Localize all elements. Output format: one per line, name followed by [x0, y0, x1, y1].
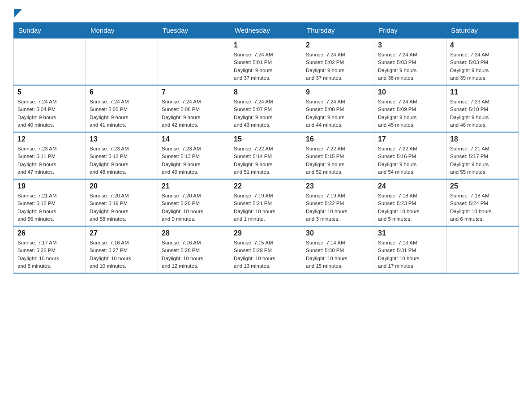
page-header [13, 9, 519, 18]
day-number: 25 [450, 182, 515, 190]
day-number: 19 [17, 182, 82, 190]
day-number: 12 [17, 135, 82, 143]
day-info: Sunrise: 7:23 AM Sunset: 5:10 PM Dayligh… [450, 98, 515, 129]
calendar-cell: 25Sunrise: 7:18 AM Sunset: 5:24 PM Dayli… [446, 179, 519, 226]
calendar-cell: 14Sunrise: 7:23 AM Sunset: 5:13 PM Dayli… [158, 132, 230, 179]
calendar-cell: 19Sunrise: 7:21 AM Sunset: 5:18 PM Dayli… [14, 179, 86, 226]
calendar-cell: 22Sunrise: 7:19 AM Sunset: 5:21 PM Dayli… [230, 179, 302, 226]
calendar-header-friday: Friday [374, 23, 446, 39]
calendar-cell: 17Sunrise: 7:22 AM Sunset: 5:16 PM Dayli… [374, 132, 446, 179]
calendar-cell: 18Sunrise: 7:21 AM Sunset: 5:17 PM Dayli… [446, 132, 519, 179]
day-info: Sunrise: 7:24 AM Sunset: 5:09 PM Dayligh… [378, 98, 442, 129]
calendar-cell: 3Sunrise: 7:24 AM Sunset: 5:03 PM Daylig… [374, 38, 446, 85]
calendar-cell: 11Sunrise: 7:23 AM Sunset: 5:10 PM Dayli… [446, 85, 519, 132]
day-info: Sunrise: 7:24 AM Sunset: 5:07 PM Dayligh… [234, 98, 298, 129]
day-info: Sunrise: 7:23 AM Sunset: 5:13 PM Dayligh… [162, 145, 226, 176]
calendar-header-saturday: Saturday [446, 23, 519, 39]
day-number: 27 [90, 229, 154, 237]
day-number: 7 [162, 88, 226, 96]
calendar-week-row: 19Sunrise: 7:21 AM Sunset: 5:18 PM Dayli… [14, 179, 519, 226]
calendar-cell: 6Sunrise: 7:24 AM Sunset: 5:05 PM Daylig… [86, 85, 158, 132]
day-info: Sunrise: 7:19 AM Sunset: 5:22 PM Dayligh… [306, 192, 370, 223]
day-info: Sunrise: 7:24 AM Sunset: 5:04 PM Dayligh… [17, 98, 82, 129]
day-number: 11 [450, 88, 515, 96]
day-number: 29 [234, 229, 298, 237]
day-info: Sunrise: 7:13 AM Sunset: 5:31 PM Dayligh… [378, 239, 442, 270]
calendar-header-tuesday: Tuesday [158, 23, 230, 39]
day-number: 17 [378, 135, 442, 143]
day-info: Sunrise: 7:15 AM Sunset: 5:29 PM Dayligh… [234, 239, 298, 270]
calendar-cell: 8Sunrise: 7:24 AM Sunset: 5:07 PM Daylig… [230, 85, 302, 132]
calendar-cell: 30Sunrise: 7:14 AM Sunset: 5:30 PM Dayli… [302, 226, 374, 273]
calendar-cell: 1Sunrise: 7:24 AM Sunset: 5:01 PM Daylig… [230, 38, 302, 85]
calendar-cell: 16Sunrise: 7:22 AM Sunset: 5:15 PM Dayli… [302, 132, 374, 179]
logo-triangle-icon [14, 9, 22, 18]
calendar-cell: 5Sunrise: 7:24 AM Sunset: 5:04 PM Daylig… [14, 85, 86, 132]
calendar-cell [86, 38, 158, 85]
day-info: Sunrise: 7:17 AM Sunset: 5:26 PM Dayligh… [17, 239, 82, 270]
day-info: Sunrise: 7:22 AM Sunset: 5:16 PM Dayligh… [378, 145, 442, 176]
day-number: 1 [234, 41, 298, 49]
calendar-cell [446, 226, 519, 273]
day-info: Sunrise: 7:23 AM Sunset: 5:11 PM Dayligh… [17, 145, 82, 176]
day-info: Sunrise: 7:20 AM Sunset: 5:19 PM Dayligh… [90, 192, 154, 223]
day-number: 18 [450, 135, 515, 143]
calendar-cell: 9Sunrise: 7:24 AM Sunset: 5:08 PM Daylig… [302, 85, 374, 132]
calendar-header-sunday: Sunday [14, 23, 86, 39]
day-info: Sunrise: 7:24 AM Sunset: 5:06 PM Dayligh… [162, 98, 226, 129]
day-number: 20 [90, 182, 154, 190]
day-number: 4 [450, 41, 515, 49]
calendar-header-wednesday: Wednesday [230, 23, 302, 39]
calendar-cell: 31Sunrise: 7:13 AM Sunset: 5:31 PM Dayli… [374, 226, 446, 273]
day-number: 22 [234, 182, 298, 190]
day-number: 10 [378, 88, 442, 96]
day-info: Sunrise: 7:14 AM Sunset: 5:30 PM Dayligh… [306, 239, 370, 270]
day-number: 6 [90, 88, 154, 96]
day-info: Sunrise: 7:24 AM Sunset: 5:02 PM Dayligh… [306, 51, 370, 82]
day-info: Sunrise: 7:22 AM Sunset: 5:14 PM Dayligh… [234, 145, 298, 176]
day-number: 24 [378, 182, 442, 190]
calendar-week-row: 12Sunrise: 7:23 AM Sunset: 5:11 PM Dayli… [14, 132, 519, 179]
day-number: 8 [234, 88, 298, 96]
day-number: 15 [234, 135, 298, 143]
day-number: 9 [306, 88, 370, 96]
day-info: Sunrise: 7:18 AM Sunset: 5:24 PM Dayligh… [450, 192, 515, 223]
day-info: Sunrise: 7:21 AM Sunset: 5:17 PM Dayligh… [450, 145, 515, 176]
calendar-cell: 28Sunrise: 7:16 AM Sunset: 5:28 PM Dayli… [158, 226, 230, 273]
day-info: Sunrise: 7:24 AM Sunset: 5:03 PM Dayligh… [450, 51, 515, 82]
calendar-cell: 13Sunrise: 7:23 AM Sunset: 5:12 PM Dayli… [86, 132, 158, 179]
day-number: 3 [378, 41, 442, 49]
calendar-week-row: 26Sunrise: 7:17 AM Sunset: 5:26 PM Dayli… [14, 226, 519, 273]
calendar-week-row: 5Sunrise: 7:24 AM Sunset: 5:04 PM Daylig… [14, 85, 519, 132]
day-info: Sunrise: 7:24 AM Sunset: 5:01 PM Dayligh… [234, 51, 298, 82]
calendar-cell: 2Sunrise: 7:24 AM Sunset: 5:02 PM Daylig… [302, 38, 374, 85]
calendar-header-thursday: Thursday [302, 23, 374, 39]
day-number: 23 [306, 182, 370, 190]
day-info: Sunrise: 7:16 AM Sunset: 5:28 PM Dayligh… [162, 239, 226, 270]
calendar-cell [158, 38, 230, 85]
day-info: Sunrise: 7:24 AM Sunset: 5:03 PM Dayligh… [378, 51, 442, 82]
day-number: 21 [162, 182, 226, 190]
day-info: Sunrise: 7:24 AM Sunset: 5:05 PM Dayligh… [90, 98, 154, 129]
day-info: Sunrise: 7:18 AM Sunset: 5:23 PM Dayligh… [378, 192, 442, 223]
day-number: 14 [162, 135, 226, 143]
calendar-header-row: SundayMondayTuesdayWednesdayThursdayFrid… [14, 23, 519, 39]
calendar-cell: 26Sunrise: 7:17 AM Sunset: 5:26 PM Dayli… [14, 226, 86, 273]
calendar-week-row: 1Sunrise: 7:24 AM Sunset: 5:01 PM Daylig… [14, 38, 519, 85]
calendar-cell: 15Sunrise: 7:22 AM Sunset: 5:14 PM Dayli… [230, 132, 302, 179]
day-number: 16 [306, 135, 370, 143]
day-info: Sunrise: 7:16 AM Sunset: 5:27 PM Dayligh… [90, 239, 154, 270]
logo [13, 9, 24, 18]
day-number: 31 [378, 229, 442, 237]
day-info: Sunrise: 7:24 AM Sunset: 5:08 PM Dayligh… [306, 98, 370, 129]
day-number: 28 [162, 229, 226, 237]
day-number: 13 [90, 135, 154, 143]
calendar-cell [14, 38, 86, 85]
calendar-cell: 20Sunrise: 7:20 AM Sunset: 5:19 PM Dayli… [86, 179, 158, 226]
day-number: 2 [306, 41, 370, 49]
calendar-cell: 24Sunrise: 7:18 AM Sunset: 5:23 PM Dayli… [374, 179, 446, 226]
day-number: 26 [17, 229, 82, 237]
day-info: Sunrise: 7:22 AM Sunset: 5:15 PM Dayligh… [306, 145, 370, 176]
calendar-cell: 23Sunrise: 7:19 AM Sunset: 5:22 PM Dayli… [302, 179, 374, 226]
calendar-cell: 10Sunrise: 7:24 AM Sunset: 5:09 PM Dayli… [374, 85, 446, 132]
